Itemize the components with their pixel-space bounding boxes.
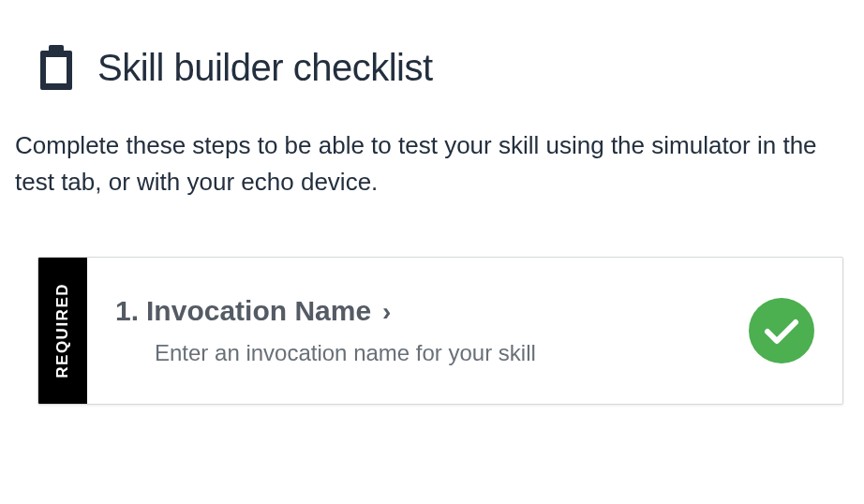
checklist-item-text: 1. Invocation Name › Enter an invocation…: [115, 295, 730, 366]
page-description: Complete these steps to be able to test …: [11, 127, 853, 200]
checklist-item-number: 1.: [115, 295, 139, 327]
checklist-item-invocation-name[interactable]: REQUIRED 1. Invocation Name › Enter an i…: [37, 257, 843, 405]
svg-rect-2: [46, 57, 67, 83]
svg-point-3: [749, 298, 814, 363]
checkmark-circle-icon: [749, 298, 814, 363]
required-badge-label: REQUIRED: [53, 283, 72, 378]
svg-rect-1: [49, 45, 64, 54]
chevron-right-icon: ›: [382, 297, 391, 327]
checklist-item-body: 1. Invocation Name › Enter an invocation…: [87, 258, 842, 404]
page-title: Skill builder checklist: [97, 47, 433, 89]
required-badge: REQUIRED: [38, 258, 87, 404]
checklist-item-title: Invocation Name: [146, 295, 371, 327]
checklist-item-subtitle: Enter an invocation name for your skill: [115, 340, 730, 366]
clipboard-icon: [37, 45, 75, 90]
checklist-item-title-row: 1. Invocation Name ›: [115, 295, 730, 327]
page-header: Skill builder checklist: [11, 45, 853, 90]
